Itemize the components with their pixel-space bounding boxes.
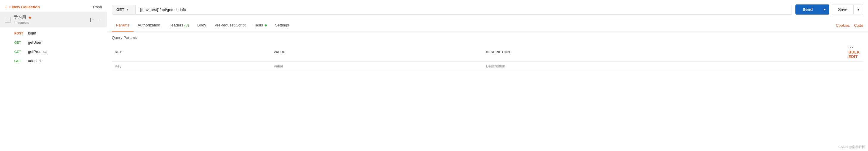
request-name: addcart [28, 59, 41, 63]
tab-params[interactable]: Params [112, 19, 133, 31]
send-dropdown-button[interactable]: ▼ [820, 4, 829, 14]
method-label: GET [116, 7, 124, 12]
code-link[interactable]: Code [854, 23, 863, 28]
tabs-bar: Params Authorization Headers (8) Body Pr… [107, 19, 868, 32]
tests-dot [265, 24, 267, 26]
request-name: getUser [28, 40, 42, 44]
save-dropdown-button[interactable]: ▼ [854, 4, 863, 15]
url-input[interactable] [136, 5, 792, 14]
sidebar-header: + + New Collection Trash [0, 2, 107, 12]
method-badge-post: POST [14, 31, 25, 35]
col-actions: ··· Bulk Edit [845, 43, 863, 62]
col-value: VALUE [271, 43, 483, 62]
tab-pre-request[interactable]: Pre-request Script [210, 19, 250, 31]
col-description: DESCRIPTION [483, 43, 845, 62]
collection-info: ▢ 学习用 ★ 4 requests [5, 15, 32, 24]
tab-authorization[interactable]: Authorization [133, 19, 164, 31]
request-list: POST login GET getUser GET getProduct GE… [0, 27, 107, 67]
request-name: getProduct [28, 49, 47, 54]
url-bar: GET ▼ Send ▼ Save ▼ [107, 0, 868, 19]
method-badge-get: GET [14, 41, 25, 44]
list-item[interactable]: POST login [0, 29, 107, 38]
tab-settings[interactable]: Settings [271, 19, 293, 31]
trash-button[interactable]: Trash [92, 5, 102, 9]
row-actions [845, 62, 863, 71]
col-key: KEY [112, 43, 271, 62]
more-dots-icon[interactable]: ··· [848, 45, 854, 50]
request-name: login [28, 31, 36, 35]
new-collection-button[interactable]: + + New Collection [5, 5, 40, 9]
description-cell[interactable]: Description [483, 62, 845, 71]
table-row: Key Value Description [112, 62, 863, 71]
tab-tests[interactable]: Tests [250, 19, 271, 31]
list-item[interactable]: GET addcart [0, 56, 107, 65]
cookies-link[interactable]: Cookies [836, 23, 850, 28]
method-badge-get: GET [14, 59, 25, 63]
key-cell[interactable]: Key [112, 62, 271, 71]
list-item[interactable]: GET getUser [0, 38, 107, 47]
save-btn-group: Save ▼ [832, 4, 863, 15]
params-section: Query Params KEY VALUE DESCRIPTION ··· B… [107, 32, 868, 151]
bulk-edit-button[interactable]: Bulk Edit [848, 50, 860, 59]
collection-item[interactable]: ▢ 学习用 ★ 4 requests |→ ··· [0, 12, 107, 27]
watermark: CSDN @南巷听忻 [839, 145, 865, 149]
collection-count: 4 requests [14, 21, 32, 24]
main-content: GET ▼ Send ▼ Save ▼ Params Authorization… [107, 0, 868, 151]
method-select[interactable]: GET ▼ [112, 5, 136, 14]
collection-actions: |→ ··· [90, 17, 102, 22]
headers-badge: (8) [184, 23, 189, 27]
tab-body[interactable]: Body [193, 19, 210, 31]
method-badge-get: GET [14, 50, 25, 54]
plus-icon: + [5, 5, 7, 9]
tabs-right: Cookies Code [836, 23, 863, 28]
collection-title-block: 学习用 ★ 4 requests [14, 15, 32, 24]
sidebar: + + New Collection Trash ▢ 学习用 ★ 4 reque… [0, 0, 107, 151]
arrow-icon: |→ [90, 17, 95, 22]
params-table: KEY VALUE DESCRIPTION ··· Bulk Edit Key … [112, 43, 863, 71]
collection-name: 学习用 ★ [14, 15, 32, 20]
collection-icon: ▢ [5, 17, 11, 23]
list-item[interactable]: GET getProduct [0, 47, 107, 56]
save-button[interactable]: Save [832, 4, 854, 15]
send-button[interactable]: Send [796, 4, 820, 14]
file-icon: ▢ [6, 18, 9, 21]
params-section-title: Query Params [112, 35, 863, 40]
star-icon: ★ [28, 15, 32, 20]
new-collection-label: + New Collection [9, 5, 40, 9]
collection-more-icon[interactable]: ··· [98, 17, 102, 22]
send-btn-group: Send ▼ [796, 4, 829, 14]
value-cell[interactable]: Value [271, 62, 483, 71]
tab-headers[interactable]: Headers (8) [164, 19, 193, 31]
chevron-down-icon: ▼ [126, 8, 129, 11]
